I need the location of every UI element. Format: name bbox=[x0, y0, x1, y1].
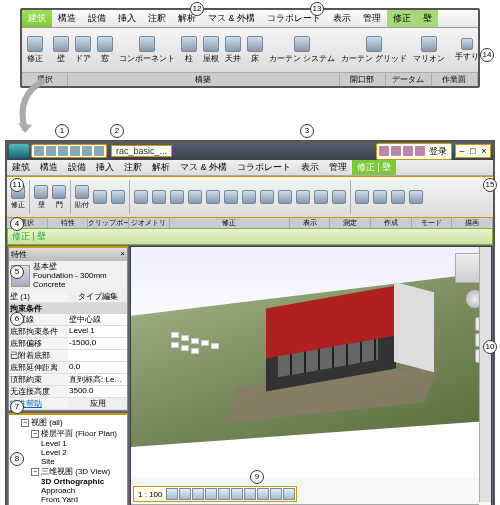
apply-button[interactable]: 应用 bbox=[68, 398, 127, 409]
close-button[interactable]: × bbox=[479, 146, 489, 156]
mr-align-button[interactable] bbox=[150, 190, 168, 205]
prop-value[interactable]: Level 1 bbox=[68, 326, 127, 337]
mr-wall-button[interactable]: 壁 bbox=[32, 185, 50, 210]
railing-button[interactable]: 手すり bbox=[452, 38, 478, 62]
modify-button[interactable]: 修正 bbox=[24, 36, 46, 64]
qat-measure-icon[interactable] bbox=[94, 146, 104, 156]
mr-offset-button[interactable] bbox=[204, 190, 222, 205]
3d-view-canvas[interactable] bbox=[131, 247, 491, 477]
mtab-manage[interactable]: 管理 bbox=[324, 160, 352, 175]
tab-structure[interactable]: 構造 bbox=[52, 10, 82, 27]
browser-view-level1[interactable]: Level 1 bbox=[11, 439, 125, 448]
sun-path-icon[interactable] bbox=[192, 488, 204, 500]
browser-root[interactable]: −视图 (all) bbox=[11, 417, 125, 428]
login-button[interactable]: 登录 bbox=[427, 145, 449, 158]
mr-delete-button[interactable] bbox=[330, 190, 348, 205]
type-selector[interactable]: 基本壁 Foundation - 300mm Concrete bbox=[9, 261, 127, 291]
help-icon[interactable] bbox=[391, 146, 401, 156]
drawing-viewport[interactable]: 1 : 100 bbox=[130, 246, 492, 505]
qat-redo-icon[interactable] bbox=[70, 146, 80, 156]
property-row[interactable]: 位置線壁中心線 bbox=[9, 314, 127, 326]
vertical-scrollbar[interactable] bbox=[479, 247, 491, 502]
qat-save-icon[interactable] bbox=[46, 146, 56, 156]
prop-value[interactable]: -1500.0 bbox=[68, 338, 127, 349]
mtab-view[interactable]: 表示 bbox=[296, 160, 324, 175]
favorite-icon[interactable] bbox=[415, 146, 425, 156]
mtab-modify-wall[interactable]: 修正 | 壁 bbox=[352, 160, 396, 175]
prop-value[interactable] bbox=[68, 350, 127, 361]
collapse-icon[interactable]: − bbox=[31, 468, 39, 476]
roof-button[interactable]: 屋根 bbox=[200, 36, 222, 64]
curtain-system-button[interactable]: カーテン システム bbox=[266, 36, 338, 64]
tab-architecture[interactable]: 建筑 bbox=[22, 10, 52, 27]
minimize-button[interactable]: – bbox=[457, 146, 467, 156]
property-row[interactable]: 底部拘束条件Level 1 bbox=[9, 326, 127, 338]
mtab-collaborate[interactable]: コラボレート bbox=[232, 160, 296, 175]
constraints-section[interactable]: 拘束条件 bbox=[9, 303, 127, 314]
properties-header[interactable]: 特性× bbox=[9, 248, 127, 261]
collapse-icon[interactable]: − bbox=[31, 430, 39, 438]
browser-view-3dortho[interactable]: 3D Orthographic bbox=[11, 477, 125, 486]
tab-context-wall[interactable]: 壁 bbox=[417, 10, 438, 27]
crop-icon[interactable] bbox=[231, 488, 243, 500]
lock-icon[interactable] bbox=[257, 488, 269, 500]
tab-view[interactable]: 表示 bbox=[327, 10, 357, 27]
tab-modify[interactable]: 修正 bbox=[387, 10, 417, 27]
browser-view-level2[interactable]: Level 2 bbox=[11, 448, 125, 457]
mtab-structure[interactable]: 構造 bbox=[35, 160, 63, 175]
tab-massing[interactable]: マス & 外構 bbox=[202, 10, 261, 27]
wall-button[interactable]: 壁 bbox=[50, 36, 72, 64]
shadow-icon[interactable] bbox=[205, 488, 217, 500]
render-icon[interactable] bbox=[218, 488, 230, 500]
browser-view-approach[interactable]: Approach bbox=[11, 486, 125, 495]
mtab-massing[interactable]: マス & 外構 bbox=[175, 160, 232, 175]
mr-pin-button[interactable] bbox=[312, 190, 330, 205]
browser-view-site[interactable]: Site bbox=[11, 457, 125, 466]
browser-group-3dview[interactable]: −三维视图 (3D View) bbox=[11, 466, 125, 477]
property-row[interactable]: 底部延伸距离0.0 bbox=[9, 362, 127, 374]
column-button[interactable]: 柱 bbox=[178, 36, 200, 64]
mr-mirror-button[interactable] bbox=[222, 190, 240, 205]
mr-cut-button[interactable] bbox=[91, 190, 109, 205]
options-bar[interactable]: 修正 | 壁 bbox=[7, 228, 493, 245]
collapse-icon[interactable]: − bbox=[21, 419, 29, 427]
edit-type-button[interactable]: タイプ編集 bbox=[68, 291, 127, 302]
mtab-mep[interactable]: 設備 bbox=[63, 160, 91, 175]
tab-annotate[interactable]: 注釈 bbox=[142, 10, 172, 27]
mr-extra4-button[interactable] bbox=[407, 190, 425, 205]
mr-scale-button[interactable] bbox=[294, 190, 312, 205]
browser-view-fromyard[interactable]: From Yard bbox=[11, 495, 125, 504]
app-logo-icon[interactable] bbox=[9, 144, 29, 158]
mr-extra3-button[interactable] bbox=[389, 190, 407, 205]
component-button[interactable]: コンポーネント bbox=[116, 36, 178, 64]
prop-value[interactable]: 直到标高: Le… bbox=[68, 374, 127, 385]
maximize-button[interactable]: □ bbox=[468, 146, 478, 156]
mr-split-button[interactable] bbox=[186, 190, 204, 205]
door-button[interactable]: ドア bbox=[72, 36, 94, 64]
subscribe-icon[interactable] bbox=[379, 146, 389, 156]
window-button[interactable]: 窓 bbox=[94, 36, 116, 64]
mr-extra2-button[interactable] bbox=[371, 190, 389, 205]
mr-array-button[interactable] bbox=[276, 190, 294, 205]
prop-value[interactable]: 0.0 bbox=[68, 362, 127, 373]
property-row[interactable]: 已附着底部 bbox=[9, 350, 127, 362]
property-row[interactable]: 底部偏移-1500.0 bbox=[9, 338, 127, 350]
prop-value[interactable]: 3500.0 bbox=[68, 386, 127, 397]
crop-visible-icon[interactable] bbox=[244, 488, 256, 500]
tab-mep[interactable]: 設備 bbox=[82, 10, 112, 27]
reveal-icon[interactable] bbox=[283, 488, 295, 500]
mtab-analyze[interactable]: 解析 bbox=[147, 160, 175, 175]
curtain-grid-button[interactable]: カーテン グリッド bbox=[338, 36, 410, 64]
mtab-annotate[interactable]: 注釈 bbox=[119, 160, 147, 175]
qat-print-icon[interactable] bbox=[82, 146, 92, 156]
mr-trim-button[interactable] bbox=[168, 190, 186, 205]
visual-style-icon[interactable] bbox=[179, 488, 191, 500]
mr-copy-button[interactable] bbox=[109, 190, 127, 205]
mtab-insert[interactable]: 挿入 bbox=[91, 160, 119, 175]
mr-rotate-button[interactable] bbox=[258, 190, 276, 205]
ceiling-button[interactable]: 天井 bbox=[222, 36, 244, 64]
temp-hide-icon[interactable] bbox=[270, 488, 282, 500]
mr-move-button[interactable] bbox=[240, 190, 258, 205]
mr-join-button[interactable] bbox=[132, 190, 150, 205]
mr-extra1-button[interactable] bbox=[353, 190, 371, 205]
